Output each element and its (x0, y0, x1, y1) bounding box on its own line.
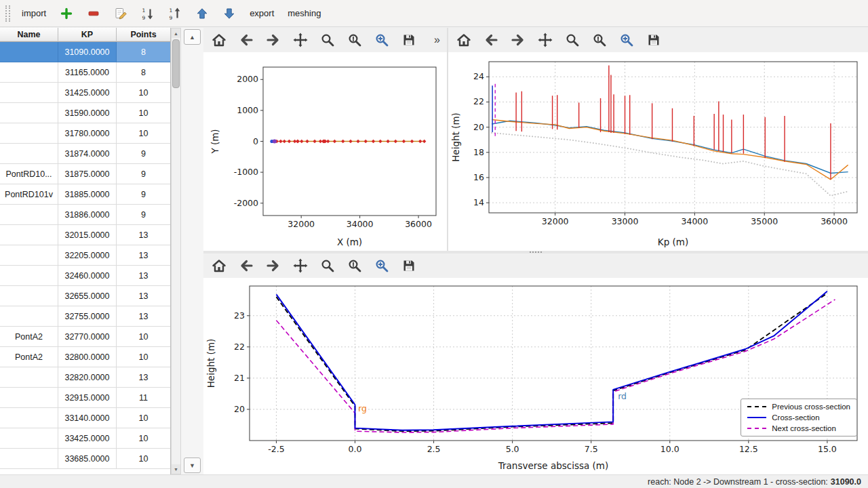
column-header-points[interactable]: Points (117, 28, 171, 41)
table-cell-name[interactable] (0, 225, 58, 245)
forward-button[interactable] (263, 256, 283, 276)
table-cell-name[interactable] (0, 103, 58, 123)
forward-button[interactable] (263, 30, 283, 50)
table-row[interactable]: 33425.000010 (0, 428, 170, 449)
table-cell-points[interactable]: 10 (117, 83, 170, 103)
home-button[interactable] (454, 30, 474, 50)
panel-scroll-down-button[interactable]: ▼ (184, 458, 201, 473)
table-cell-points[interactable]: 13 (117, 225, 170, 245)
zoom-button[interactable] (562, 30, 583, 50)
table-row[interactable]: PontRD101v31885.00009 (0, 184, 170, 205)
table-cell-points[interactable]: 13 (117, 286, 170, 306)
table-row[interactable]: 32820.000013 (0, 367, 170, 388)
table-cell-points[interactable]: 9 (117, 205, 170, 225)
table-row[interactable]: 32205.000013 (0, 245, 170, 266)
cross-section-canvas[interactable]: -2.50.02.55.07.510.012.515.020212223Tran… (203, 278, 868, 474)
table-cell-points[interactable]: 9 (117, 184, 170, 205)
back-button[interactable] (236, 30, 256, 50)
meshing-button[interactable]: meshing (283, 3, 326, 24)
table-row[interactable]: PontA232770.000010 (0, 327, 170, 347)
table-cell-points[interactable]: 8 (117, 42, 170, 62)
table-cell-kp[interactable]: 32820.0000 (58, 367, 117, 388)
column-header-name[interactable]: Name (0, 28, 58, 41)
back-button[interactable] (481, 30, 501, 50)
cross-section-chart[interactable]: -2.50.02.55.07.510.012.515.020212223Tran… (203, 278, 868, 474)
table-row[interactable]: 31090.00008 (0, 42, 170, 62)
forward-button[interactable] (508, 30, 528, 50)
home-button[interactable] (209, 30, 229, 50)
table-cell-name[interactable] (0, 449, 58, 469)
table-cell-kp[interactable]: 31090.0000 (58, 42, 117, 62)
table-cell-name[interactable] (0, 245, 58, 266)
sort-ascending-button[interactable]: 19 (136, 3, 159, 24)
table-cell-kp[interactable]: 32205.0000 (58, 245, 117, 266)
table-row[interactable]: 32915.000011 (0, 388, 170, 408)
table-cell-kp[interactable]: 31425.0000 (58, 83, 117, 103)
table-cell-kp[interactable]: 31885.0000 (58, 184, 117, 205)
column-header-kp[interactable]: KP (58, 28, 117, 41)
toolbar-overflow-button[interactable]: » (434, 34, 440, 46)
table-cell-name[interactable]: PontRD101v (0, 184, 58, 205)
table-cell-name[interactable] (0, 144, 58, 164)
table-cell-kp[interactable]: 33685.0000 (58, 449, 117, 469)
pan-button[interactable] (290, 30, 311, 50)
profile-chart[interactable]: 3200033000340003500036000141618202224Kp … (448, 52, 868, 251)
move-up-button[interactable] (191, 3, 214, 24)
table-cell-kp[interactable]: 31875.0000 (58, 164, 117, 184)
profile-canvas[interactable]: 3200033000340003500036000141618202224Kp … (448, 52, 868, 251)
table-cell-kp[interactable]: 31886.0000 (58, 205, 117, 225)
table-cell-points[interactable]: 13 (117, 245, 170, 266)
table-cell-name[interactable] (0, 408, 58, 428)
table-cell-points[interactable]: 10 (117, 408, 170, 428)
customize-button[interactable] (372, 30, 392, 50)
table-cell-points[interactable]: 13 (117, 266, 170, 286)
table-cell-name[interactable] (0, 266, 58, 286)
table-cell-points[interactable]: 10 (117, 123, 170, 144)
scrollbar-thumb[interactable] (172, 39, 180, 88)
zoom-button[interactable] (317, 30, 338, 50)
table-cell-name[interactable] (0, 286, 58, 306)
save-button[interactable] (399, 30, 419, 50)
table-row[interactable]: PontRD10...31875.00009 (0, 164, 170, 184)
pan-button[interactable] (535, 30, 555, 50)
table-scrollbar[interactable]: ▲ ▼ (171, 28, 181, 474)
table-cell-kp[interactable]: 32915.0000 (58, 388, 117, 408)
scroll-up-button[interactable]: ▲ (172, 28, 180, 38)
table-cell-name[interactable] (0, 42, 58, 62)
scroll-down-button[interactable]: ▼ (172, 464, 180, 474)
sort-descending-button[interactable]: 19 (163, 3, 186, 24)
table-row[interactable]: 32460.000013 (0, 266, 170, 286)
toolbar-handle[interactable] (5, 5, 10, 22)
table-cell-points[interactable]: 10 (117, 103, 170, 123)
export-button[interactable]: export (245, 3, 279, 24)
plan-chart[interactable]: 320003400036000-2000-1000010002000X (m)Y… (203, 52, 447, 251)
table-cell-name[interactable]: PontA2 (0, 347, 58, 367)
table-cell-name[interactable] (0, 205, 58, 225)
table-cell-kp[interactable]: 32800.0000 (58, 347, 117, 367)
table-cell-name[interactable] (0, 83, 58, 103)
table-cell-points[interactable]: 8 (117, 62, 170, 83)
table-row[interactable]: 32755.000013 (0, 306, 170, 327)
table-row[interactable]: PontA232800.000010 (0, 347, 170, 367)
table-row[interactable]: 33140.000010 (0, 408, 170, 428)
save-button[interactable] (644, 30, 664, 50)
plan-canvas[interactable]: 320003400036000-2000-1000010002000X (m)Y… (203, 52, 447, 251)
table-cell-points[interactable]: 9 (117, 144, 170, 164)
table-cell-kp[interactable]: 32460.0000 (58, 266, 117, 286)
subplots-button[interactable] (589, 30, 610, 50)
import-button[interactable]: import (17, 3, 51, 24)
table-row[interactable]: 31886.00009 (0, 205, 170, 225)
table-cell-points[interactable]: 10 (117, 428, 170, 449)
table-row[interactable]: 32015.000013 (0, 225, 170, 245)
home-button[interactable] (209, 256, 229, 276)
table-row[interactable]: 32655.000013 (0, 286, 170, 306)
add-button[interactable] (55, 3, 78, 24)
customize-button[interactable] (616, 30, 637, 50)
table-cell-kp[interactable]: 32770.0000 (58, 327, 117, 347)
table-cell-kp[interactable]: 31590.0000 (58, 103, 117, 123)
table-cell-name[interactable] (0, 367, 58, 388)
panel-scroll-up-button[interactable]: ▲ (184, 29, 201, 45)
table-row[interactable]: 33685.000010 (0, 449, 170, 469)
subplots-button[interactable] (344, 30, 365, 50)
table-cell-name[interactable]: PontRD10... (0, 164, 58, 184)
